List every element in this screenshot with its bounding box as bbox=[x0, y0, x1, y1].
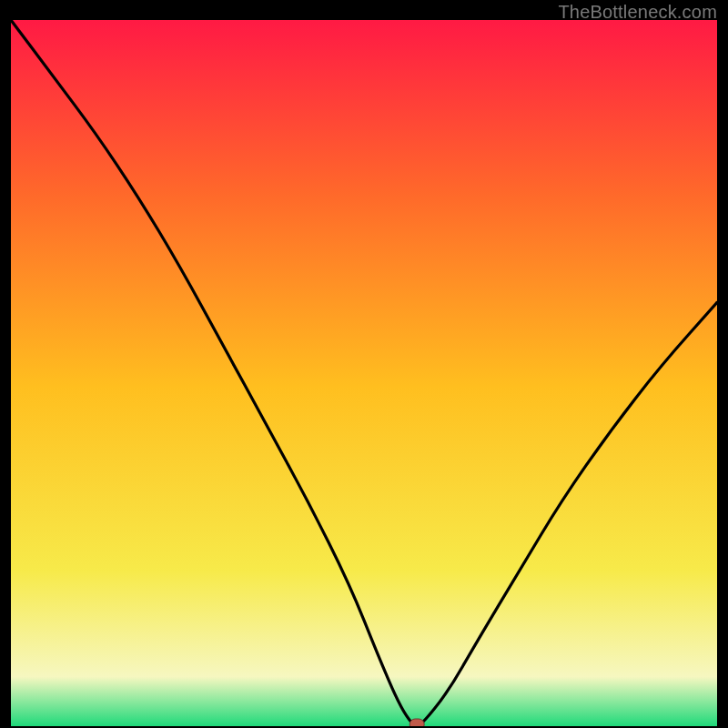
optimum-marker bbox=[410, 719, 424, 726]
chart-frame bbox=[11, 20, 717, 726]
bottleneck-chart bbox=[11, 20, 717, 726]
